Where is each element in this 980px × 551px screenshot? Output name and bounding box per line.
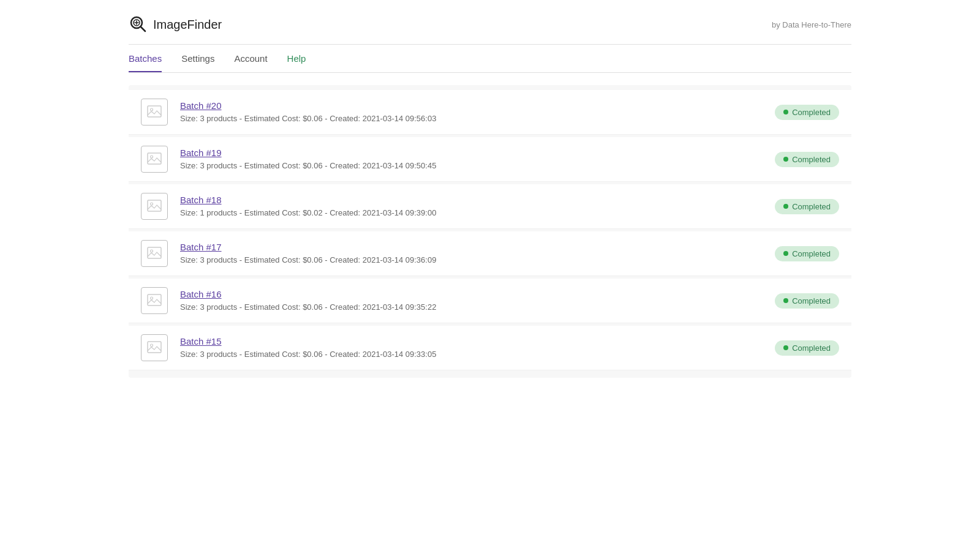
status-badge: Completed	[775, 246, 839, 261]
batch-item: Batch #15 Size: 3 products - Estimated C…	[129, 326, 851, 370]
batch-thumbnail-icon	[141, 287, 168, 314]
batch-meta: Size: 3 products - Estimated Cost: $0.06…	[180, 302, 436, 312]
status-badge: Completed	[775, 105, 839, 120]
logo-icon	[129, 15, 148, 34]
image-placeholder-icon	[146, 340, 162, 356]
image-placeholder-icon	[146, 104, 162, 120]
status-dot-icon	[783, 110, 788, 114]
nav-batches[interactable]: Batches	[129, 53, 162, 72]
nav-bar: Batches Settings Account Help	[0, 45, 980, 72]
logo-area: ImageFinder	[129, 15, 222, 34]
svg-point-10	[151, 203, 153, 205]
batch-info: Batch #16 Size: 3 products - Estimated C…	[180, 289, 775, 312]
svg-point-8	[151, 156, 153, 158]
batch-thumbnail-icon	[141, 193, 168, 220]
status-label: Completed	[792, 296, 831, 305]
batch-title[interactable]: Batch #19	[180, 148, 775, 158]
svg-rect-15	[148, 342, 161, 353]
batch-info: Batch #20 Size: 3 products - Estimated C…	[180, 100, 775, 124]
status-dot-icon	[783, 157, 788, 162]
batch-thumbnail-icon	[141, 334, 168, 361]
svg-rect-5	[148, 106, 161, 117]
batch-meta: Size: 3 products - Estimated Cost: $0.06…	[180, 114, 436, 123]
batch-item: Batch #19 Size: 3 products - Estimated C…	[129, 137, 851, 182]
nav-account[interactable]: Account	[234, 53, 267, 72]
status-label: Completed	[792, 155, 831, 164]
image-placeholder-icon	[146, 151, 162, 167]
image-placeholder-icon	[146, 246, 162, 261]
main-content: Batch #20 Size: 3 products - Estimated C…	[0, 73, 980, 390]
svg-point-12	[151, 250, 153, 252]
image-placeholder-icon	[146, 293, 162, 309]
batch-meta: Size: 3 products - Estimated Cost: $0.06…	[180, 255, 436, 264]
batch-title[interactable]: Batch #16	[180, 289, 775, 299]
batch-title[interactable]: Batch #18	[180, 195, 775, 205]
batch-info: Batch #19 Size: 3 products - Estimated C…	[180, 148, 775, 171]
nav-help[interactable]: Help	[287, 53, 306, 72]
batch-item: Batch #20 Size: 3 products - Estimated C…	[129, 90, 851, 135]
batch-title[interactable]: Batch #20	[180, 100, 775, 111]
app-byline: by Data Here-to-There	[772, 20, 851, 29]
image-placeholder-icon	[146, 198, 162, 214]
svg-rect-13	[148, 294, 161, 305]
status-badge: Completed	[775, 152, 839, 167]
status-badge: Completed	[775, 340, 839, 356]
batch-thumbnail-icon	[141, 99, 168, 126]
batch-title[interactable]: Batch #17	[180, 242, 775, 252]
status-badge: Completed	[775, 293, 839, 309]
batches-list: Batch #20 Size: 3 products - Estimated C…	[129, 85, 851, 378]
status-label: Completed	[792, 343, 831, 353]
svg-rect-11	[148, 247, 161, 258]
batch-title[interactable]: Batch #15	[180, 336, 775, 347]
batch-item: Batch #17 Size: 3 products - Estimated C…	[129, 231, 851, 276]
svg-line-1	[141, 27, 146, 32]
batch-item: Batch #18 Size: 1 products - Estimated C…	[129, 184, 851, 229]
svg-rect-7	[148, 153, 161, 164]
batch-thumbnail-icon	[141, 146, 168, 173]
svg-point-16	[151, 344, 153, 347]
svg-rect-9	[148, 200, 161, 211]
status-badge: Completed	[775, 199, 839, 214]
svg-point-6	[151, 108, 153, 111]
status-label: Completed	[792, 202, 831, 211]
batch-info: Batch #18 Size: 1 products - Estimated C…	[180, 195, 775, 218]
nav-settings[interactable]: Settings	[181, 53, 214, 72]
batch-info: Batch #17 Size: 3 products - Estimated C…	[180, 242, 775, 265]
status-dot-icon	[783, 298, 788, 303]
batch-meta: Size: 3 products - Estimated Cost: $0.06…	[180, 350, 436, 359]
status-dot-icon	[783, 204, 788, 209]
batch-item: Batch #16 Size: 3 products - Estimated C…	[129, 279, 851, 323]
batch-thumbnail-icon	[141, 240, 168, 267]
status-dot-icon	[783, 251, 788, 256]
status-dot-icon	[783, 345, 788, 350]
app-header: ImageFinder by Data Here-to-There	[0, 0, 980, 44]
status-label: Completed	[792, 249, 831, 258]
status-label: Completed	[792, 108, 831, 117]
svg-point-14	[151, 297, 153, 299]
batch-meta: Size: 3 products - Estimated Cost: $0.06…	[180, 161, 436, 170]
app-title: ImageFinder	[153, 18, 222, 32]
batch-info: Batch #15 Size: 3 products - Estimated C…	[180, 336, 775, 359]
batch-meta: Size: 1 products - Estimated Cost: $0.02…	[180, 208, 436, 217]
